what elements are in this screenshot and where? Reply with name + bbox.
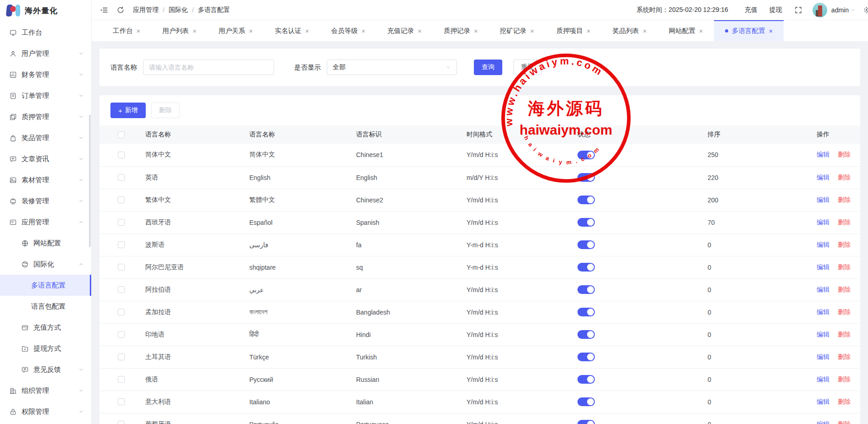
edit-link[interactable]: 编辑 bbox=[817, 263, 830, 271]
tab-close-icon[interactable]: × bbox=[137, 27, 141, 35]
row-checkbox[interactable] bbox=[118, 196, 125, 203]
sidebar-item-网站配置[interactable]: 网站配置 bbox=[0, 233, 91, 254]
tab-close-icon[interactable]: × bbox=[249, 27, 253, 35]
delete-link[interactable]: 删除 bbox=[838, 308, 851, 315]
tab-close-icon[interactable]: × bbox=[769, 27, 773, 35]
status-toggle[interactable] bbox=[577, 196, 595, 204]
row-checkbox[interactable] bbox=[118, 309, 125, 315]
show-filter-select[interactable]: 全部 bbox=[327, 60, 457, 75]
delete-link[interactable]: 删除 bbox=[838, 353, 851, 360]
sidebar-item-国际化[interactable]: 国际化 bbox=[0, 254, 91, 275]
status-toggle[interactable] bbox=[577, 330, 595, 339]
sidebar-item-意见反馈[interactable]: 意见反馈 bbox=[0, 359, 91, 380]
row-checkbox[interactable] bbox=[118, 353, 125, 360]
sidebar-item-订单管理[interactable]: 订单管理 bbox=[0, 85, 91, 106]
status-toggle[interactable] bbox=[577, 375, 595, 384]
recharge-link[interactable]: 充值 bbox=[745, 6, 758, 14]
breadcrumb-item[interactable]: 多语言配置 bbox=[198, 6, 230, 14]
sidebar-item-用户管理[interactable]: 用户管理 bbox=[0, 43, 91, 64]
sidebar-item-充值方式[interactable]: 充值方式 bbox=[0, 317, 91, 338]
row-checkbox[interactable] bbox=[118, 219, 125, 226]
reset-button[interactable]: 重置 bbox=[513, 60, 542, 75]
tab-会员等级[interactable]: 会员等级× bbox=[320, 20, 377, 41]
sidebar-item-语言包配置[interactable]: 语言包配置 bbox=[0, 296, 91, 317]
tab-实名认证[interactable]: 实名认证× bbox=[264, 20, 320, 41]
delete-button[interactable]: 删除 bbox=[151, 103, 180, 118]
status-toggle[interactable] bbox=[577, 173, 595, 182]
sidebar-item-工作台[interactable]: 工作台 bbox=[0, 22, 91, 43]
edit-link[interactable]: 编辑 bbox=[817, 353, 830, 360]
status-toggle[interactable] bbox=[577, 218, 595, 227]
row-checkbox[interactable] bbox=[118, 398, 125, 405]
delete-link[interactable]: 删除 bbox=[838, 331, 851, 338]
refresh-icon[interactable] bbox=[116, 6, 125, 14]
delete-link[interactable]: 删除 bbox=[838, 263, 851, 271]
tab-close-icon[interactable]: × bbox=[362, 27, 366, 35]
status-toggle[interactable] bbox=[577, 151, 595, 159]
add-button[interactable]: +新增 bbox=[110, 103, 146, 118]
sidebar-item-应用管理[interactable]: 应用管理 bbox=[0, 212, 91, 233]
tab-close-icon[interactable]: × bbox=[474, 27, 478, 35]
sidebar-item-素材管理[interactable]: 素材管理 bbox=[0, 169, 91, 190]
delete-link[interactable]: 删除 bbox=[838, 286, 851, 293]
edit-link[interactable]: 编辑 bbox=[817, 174, 830, 181]
tab-奖品列表[interactable]: 奖品列表× bbox=[601, 20, 658, 41]
tab-质押记录[interactable]: 质押记录× bbox=[433, 20, 489, 41]
sidebar-item-财务管理[interactable]: 财务管理 bbox=[0, 64, 91, 85]
tab-网站配置[interactable]: 网站配置× bbox=[658, 20, 714, 41]
sidebar-item-提现方式[interactable]: 提现方式 bbox=[0, 338, 91, 359]
tab-close-icon[interactable]: × bbox=[699, 27, 703, 35]
menu-fold-icon[interactable] bbox=[100, 6, 108, 14]
delete-link[interactable]: 删除 bbox=[838, 241, 851, 248]
tab-close-icon[interactable]: × bbox=[418, 27, 422, 35]
edit-link[interactable]: 编辑 bbox=[817, 218, 830, 226]
tab-close-icon[interactable]: × bbox=[530, 27, 534, 35]
settings-gear-icon[interactable] bbox=[863, 5, 868, 15]
sidebar-item-文章资讯[interactable]: 文章资讯 bbox=[0, 148, 91, 169]
breadcrumb-item[interactable]: 应用管理 bbox=[133, 6, 159, 14]
edit-link[interactable]: 编辑 bbox=[817, 420, 830, 424]
tab-多语言配置[interactable]: 多语言配置× bbox=[714, 20, 784, 41]
edit-link[interactable]: 编辑 bbox=[817, 308, 830, 315]
avatar[interactable] bbox=[813, 3, 827, 17]
tab-close-icon[interactable]: × bbox=[192, 27, 197, 35]
tab-close-icon[interactable]: × bbox=[587, 27, 591, 35]
delete-link[interactable]: 删除 bbox=[838, 196, 851, 203]
sidebar-item-权限管理[interactable]: 权限管理 bbox=[0, 401, 91, 422]
edit-link[interactable]: 编辑 bbox=[817, 286, 830, 293]
status-toggle[interactable] bbox=[577, 285, 595, 294]
status-toggle[interactable] bbox=[577, 308, 595, 316]
edit-link[interactable]: 编辑 bbox=[817, 331, 830, 338]
tab-close-icon[interactable]: × bbox=[643, 27, 647, 35]
row-checkbox[interactable] bbox=[118, 421, 125, 424]
sidebar-item-组织管理[interactable]: 组织管理 bbox=[0, 380, 91, 401]
fullscreen-icon[interactable] bbox=[794, 6, 802, 14]
withdraw-link[interactable]: 提现 bbox=[769, 6, 782, 14]
row-checkbox[interactable] bbox=[118, 241, 125, 248]
delete-link[interactable]: 删除 bbox=[838, 375, 851, 383]
edit-link[interactable]: 编辑 bbox=[817, 151, 830, 158]
status-toggle[interactable] bbox=[577, 397, 595, 406]
user-menu[interactable]: admin bbox=[831, 6, 856, 14]
tab-close-icon[interactable]: × bbox=[305, 27, 309, 35]
search-button[interactable]: 查询 bbox=[474, 60, 502, 75]
status-toggle[interactable] bbox=[577, 263, 595, 272]
tab-充值记录[interactable]: 充值记录× bbox=[376, 20, 433, 41]
row-checkbox[interactable] bbox=[118, 264, 125, 271]
sidebar-item-奖品管理[interactable]: 奖品管理 bbox=[0, 127, 91, 148]
sidebar-item-质押管理[interactable]: 质押管理 bbox=[0, 106, 91, 127]
sidebar-scrollbar[interactable] bbox=[89, 114, 91, 247]
edit-link[interactable]: 编辑 bbox=[817, 375, 830, 383]
status-toggle[interactable] bbox=[577, 420, 595, 424]
edit-link[interactable]: 编辑 bbox=[817, 398, 830, 405]
row-checkbox[interactable] bbox=[118, 174, 125, 181]
edit-link[interactable]: 编辑 bbox=[817, 241, 830, 248]
row-checkbox[interactable] bbox=[118, 152, 125, 158]
select-all-checkbox[interactable] bbox=[118, 131, 125, 138]
status-toggle[interactable] bbox=[577, 353, 595, 361]
delete-link[interactable]: 删除 bbox=[838, 420, 851, 424]
tab-工作台[interactable]: 工作台× bbox=[102, 20, 151, 41]
breadcrumb-item[interactable]: 国际化 bbox=[169, 6, 188, 14]
language-name-input[interactable] bbox=[143, 60, 274, 75]
tab-用户列表[interactable]: 用户列表× bbox=[151, 20, 208, 41]
